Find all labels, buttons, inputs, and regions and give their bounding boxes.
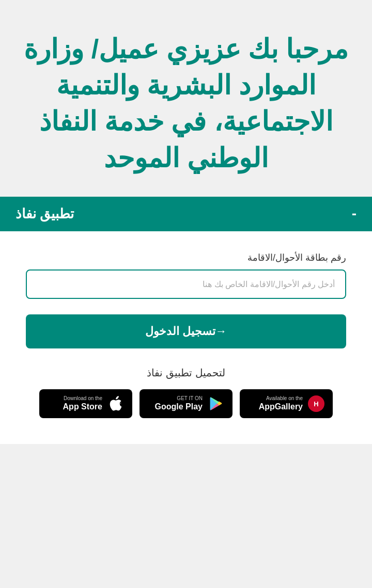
- appgallery-button[interactable]: H Available on the AppGallery: [240, 389, 333, 418]
- login-button[interactable]: →تسجيل الدخول: [26, 314, 346, 348]
- welcome-title: مرحبا بك عزيزي عميل/ وزارة الموارد البشر…: [21, 31, 351, 176]
- app-store-small-text: Download on the: [63, 395, 102, 402]
- app-store-text: Download on the App Store: [63, 395, 102, 411]
- app-store-button[interactable]: Download on the App Store: [39, 389, 132, 418]
- svg-text:H: H: [314, 400, 318, 408]
- nafaz-bar: تطبيق نفاذ -: [0, 197, 372, 231]
- google-play-big-text: Google Play: [155, 402, 203, 411]
- google-play-icon: [207, 394, 225, 413]
- appgallery-big-text: AppGallery: [259, 402, 303, 411]
- google-play-text: GET IT ON Google Play: [155, 395, 203, 411]
- appgallery-text: Available on the AppGallery: [259, 395, 303, 411]
- download-label: لتحميل تطبيق نفاذ: [26, 367, 346, 379]
- apple-icon: [106, 394, 125, 413]
- id-input[interactable]: [26, 269, 346, 299]
- google-play-button[interactable]: GET IT ON Google Play: [140, 389, 233, 418]
- store-buttons-container: Download on the App Store GET IT ON Go: [26, 389, 346, 418]
- id-field-label: رقم بطاقة الأحوال/الاقامة: [26, 252, 346, 263]
- nafaz-bar-collapse-button[interactable]: -: [352, 206, 357, 221]
- app-store-big-text: App Store: [63, 402, 102, 411]
- login-card: رقم بطاقة الأحوال/الاقامة →تسجيل الدخول …: [0, 231, 372, 444]
- appgallery-small-text: Available on the: [259, 395, 303, 402]
- nafaz-bar-title: تطبيق نفاذ: [16, 206, 74, 222]
- login-form: رقم بطاقة الأحوال/الاقامة →تسجيل الدخول …: [26, 252, 346, 418]
- google-play-small-text: GET IT ON: [155, 395, 203, 402]
- hero-section: مرحبا بك عزيزي عميل/ وزارة الموارد البشر…: [0, 0, 372, 197]
- huawei-icon: H: [307, 394, 326, 413]
